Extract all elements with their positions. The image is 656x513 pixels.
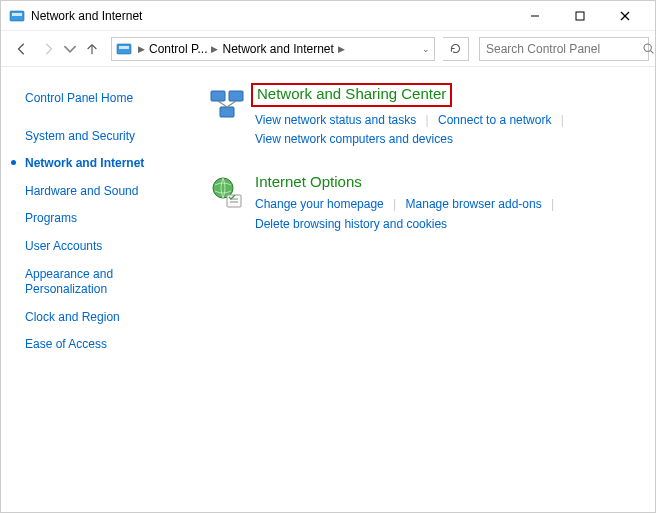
sidebar-item-hardware-sound[interactable]: Hardware and Sound bbox=[25, 178, 189, 206]
network-sharing-icon bbox=[209, 85, 245, 121]
sidebar-item-clock-region[interactable]: Clock and Region bbox=[25, 304, 189, 332]
up-button[interactable] bbox=[81, 38, 103, 60]
toolbar: ▶ Control P... ▶ Network and Internet ▶ … bbox=[1, 31, 655, 67]
category-title-network-sharing[interactable]: Network and Sharing Center bbox=[257, 85, 446, 103]
svg-rect-10 bbox=[211, 91, 225, 101]
titlebar: Network and Internet bbox=[1, 1, 655, 31]
maximize-button[interactable] bbox=[557, 2, 602, 30]
link-connect-network[interactable]: Connect to a network bbox=[438, 113, 551, 127]
svg-line-13 bbox=[218, 101, 227, 107]
breadcrumb-segment-control-panel[interactable]: Control P... bbox=[147, 42, 209, 56]
breadcrumb-dropdown[interactable]: ⌄ bbox=[422, 44, 430, 54]
link-manage-addons[interactable]: Manage browser add-ons bbox=[406, 197, 542, 211]
refresh-button[interactable] bbox=[443, 37, 469, 61]
svg-rect-1 bbox=[12, 13, 22, 16]
content-area: Control Panel Home System and Security N… bbox=[1, 67, 655, 512]
window-title: Network and Internet bbox=[31, 9, 142, 23]
location-icon bbox=[116, 41, 132, 57]
search-icon[interactable] bbox=[642, 42, 655, 55]
link-delete-history[interactable]: Delete browsing history and cookies bbox=[255, 217, 447, 231]
svg-point-8 bbox=[644, 44, 651, 51]
sidebar-item-appearance[interactable]: Appearance and Personalization bbox=[25, 261, 189, 304]
link-change-homepage[interactable]: Change your homepage bbox=[255, 197, 384, 211]
sidebar-home[interactable]: Control Panel Home bbox=[25, 85, 189, 113]
svg-line-14 bbox=[227, 101, 236, 107]
recent-dropdown[interactable] bbox=[63, 38, 77, 60]
chevron-right-icon[interactable]: ▶ bbox=[336, 44, 347, 54]
category-links: View network status and tasks | Connect … bbox=[255, 111, 639, 149]
breadcrumb-segment-network[interactable]: Network and Internet bbox=[220, 42, 335, 56]
category-internet-options: Internet Options Change your homepage | … bbox=[209, 173, 639, 233]
category-title-internet-options[interactable]: Internet Options bbox=[255, 173, 362, 191]
forward-button[interactable] bbox=[37, 38, 59, 60]
category-network-sharing: Network and Sharing Center View network … bbox=[209, 83, 639, 149]
highlight-annotation: Network and Sharing Center bbox=[251, 83, 452, 107]
link-view-network-status[interactable]: View network status and tasks bbox=[255, 113, 416, 127]
svg-rect-7 bbox=[119, 46, 129, 49]
category-links: Change your homepage | Manage browser ad… bbox=[255, 195, 639, 233]
svg-rect-3 bbox=[576, 12, 584, 20]
search-input[interactable] bbox=[480, 42, 642, 56]
link-view-computers-devices[interactable]: View network computers and devices bbox=[255, 132, 453, 146]
back-button[interactable] bbox=[11, 38, 33, 60]
sidebar-item-ease-of-access[interactable]: Ease of Access bbox=[25, 331, 189, 359]
sidebar-item-programs[interactable]: Programs bbox=[25, 205, 189, 233]
sidebar-item-system-security[interactable]: System and Security bbox=[25, 123, 189, 151]
svg-line-9 bbox=[651, 51, 654, 54]
control-panel-icon bbox=[9, 8, 25, 24]
sidebar-item-network-internet[interactable]: Network and Internet bbox=[25, 150, 189, 178]
svg-rect-11 bbox=[229, 91, 243, 101]
internet-options-icon bbox=[209, 175, 245, 211]
svg-rect-12 bbox=[220, 107, 234, 117]
chevron-right-icon[interactable]: ▶ bbox=[136, 44, 147, 54]
main-content: Network and Sharing Center View network … bbox=[201, 67, 655, 512]
chevron-right-icon[interactable]: ▶ bbox=[209, 44, 220, 54]
close-button[interactable] bbox=[602, 2, 647, 30]
sidebar: Control Panel Home System and Security N… bbox=[1, 67, 201, 512]
search-box[interactable] bbox=[479, 37, 649, 61]
window-controls bbox=[512, 2, 647, 30]
breadcrumb[interactable]: ▶ Control P... ▶ Network and Internet ▶ … bbox=[111, 37, 435, 61]
sidebar-item-user-accounts[interactable]: User Accounts bbox=[25, 233, 189, 261]
minimize-button[interactable] bbox=[512, 2, 557, 30]
